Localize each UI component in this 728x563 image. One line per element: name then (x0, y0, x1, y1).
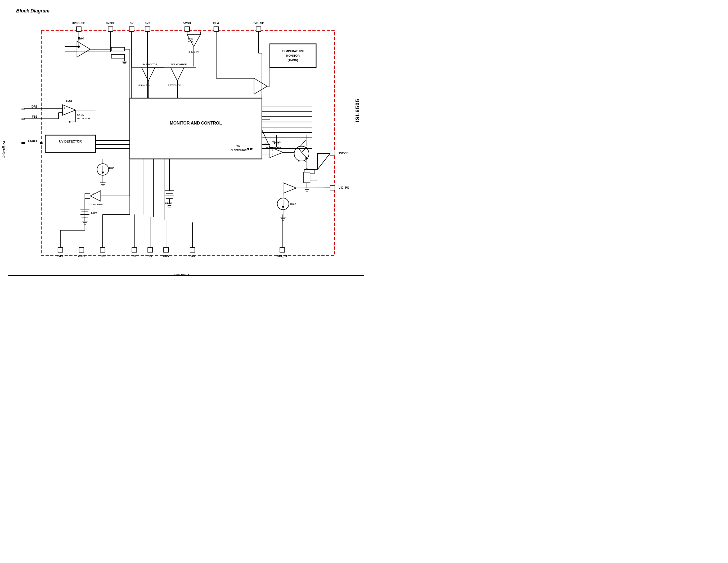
svg-marker-195 (283, 183, 296, 193)
svg-rect-181 (304, 172, 310, 183)
svg-text:5VSB: 5VSB (183, 21, 191, 25)
svg-text:3V3 MONITOR: 3V3 MONITOR (171, 63, 187, 66)
svg-rect-29 (280, 247, 285, 252)
svg-rect-23 (148, 247, 152, 252)
svg-marker-99 (62, 105, 76, 115)
svg-text:GND: GND (78, 254, 85, 258)
svg-text:+: + (93, 192, 94, 194)
svg-rect-7 (145, 27, 150, 32)
svg-rect-3 (108, 27, 113, 32)
svg-text:S3: S3 (133, 254, 136, 258)
svg-text:DETECTOR: DETECTOR (77, 117, 90, 120)
svg-rect-19 (100, 247, 105, 252)
svg-rect-17 (79, 247, 84, 252)
svg-rect-21 (132, 247, 137, 252)
svg-text:1V2VID: 1V2VID (339, 151, 349, 155)
svg-rect-11 (214, 27, 219, 32)
svg-text:4.10V: 4.10V (91, 212, 97, 214)
svg-rect-9 (185, 27, 190, 32)
svg-text:VID_CT: VID_CT (277, 254, 287, 258)
svg-marker-84 (142, 68, 155, 81)
svg-text:UV COMP: UV COMP (92, 203, 103, 206)
svg-text:(TMON): (TMON) (287, 59, 298, 62)
svg-text:TO: TO (236, 145, 240, 147)
svg-text:S5: S5 (149, 254, 152, 258)
svg-text:LAN: LAN (190, 254, 196, 258)
svg-text:-: - (272, 153, 273, 155)
svg-text:TEMPERATURE: TEMPERATURE (282, 50, 304, 53)
svg-text:EN5: EN5 (163, 254, 169, 258)
svg-text:FAULT: FAULT (28, 139, 37, 142)
svg-rect-1 (77, 27, 81, 32)
svg-text:3V3DL: 3V3DL (106, 21, 115, 25)
svg-rect-63 (111, 47, 125, 51)
svg-text:TO: TO (264, 143, 268, 146)
svg-line-187 (317, 153, 330, 169)
svg-rect-50 (45, 135, 96, 152)
svg-line-196 (296, 188, 330, 188)
svg-text:TO UV: TO UV (77, 114, 84, 117)
svg-text:3V3DLSB: 3V3DLSB (72, 21, 85, 25)
svg-point-71 (78, 46, 80, 48)
svg-text:5V: 5V (130, 21, 134, 25)
svg-text:DR1: DR1 (32, 105, 37, 108)
svg-rect-27 (190, 247, 195, 252)
svg-marker-126 (90, 191, 101, 201)
svg-text:MONITOR: MONITOR (286, 54, 300, 57)
svg-text:-: - (93, 197, 94, 200)
svg-text:5VSB: 5VSB (188, 38, 194, 40)
svg-rect-64 (111, 55, 125, 58)
svg-text:+: + (64, 107, 65, 109)
svg-text:UV DETECTOR: UV DETECTOR (230, 149, 247, 151)
svg-text:EA3: EA3 (66, 99, 72, 102)
svg-text:2.75V/2.60V: 2.75V/2.60V (168, 84, 181, 87)
svg-text:3V3: 3V3 (145, 21, 150, 25)
svg-text:FB1: FB1 (32, 115, 37, 118)
svg-rect-46 (330, 185, 335, 190)
svg-text:UV DETECTOR: UV DETECTOR (59, 140, 82, 143)
svg-text:10mA: 10mA (290, 203, 296, 205)
page: Block Diagram 2 intersil ISL6505 FIGURE … (0, 0, 364, 282)
svg-text:5VDL: 5VDL (57, 254, 64, 258)
circuit-diagram: 3V3DLSB 3V3DL 5V 3V3 5VSB DLA 5VDLSB 5VD… (0, 0, 364, 281)
svg-text:-: - (64, 110, 65, 113)
svg-text:DLA: DLA (213, 21, 219, 25)
svg-text:SS: SS (101, 254, 105, 258)
svg-text:5V MONITOR: 5V MONITOR (142, 63, 157, 66)
svg-text:VID_PG: VID_PG (339, 186, 349, 189)
svg-rect-25 (164, 247, 168, 252)
svg-marker-112 (68, 121, 70, 123)
svg-marker-206 (254, 78, 267, 94)
svg-rect-44 (330, 151, 335, 156)
svg-rect-13 (256, 27, 261, 32)
svg-text:MONITOR AND CONTROL: MONITOR AND CONTROL (170, 121, 222, 125)
svg-text:10μA: 10μA (109, 167, 115, 169)
svg-rect-15 (58, 247, 63, 252)
svg-text:5VDLSB: 5VDLSB (253, 21, 264, 25)
svg-rect-5 (129, 27, 134, 32)
svg-marker-92 (171, 68, 184, 81)
svg-text:POR: POR (188, 40, 193, 43)
